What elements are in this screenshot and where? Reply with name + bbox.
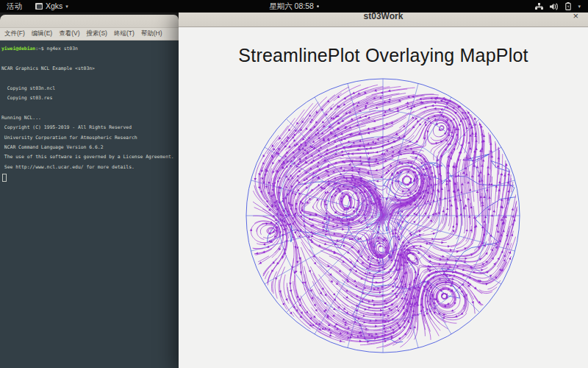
terminal-output-line (1, 74, 177, 83)
terminal-output: NCAR Graphics NCL Example <st03n> Copyin… (1, 54, 177, 172)
streamline-map-plot (179, 27, 588, 368)
terminal-output-line: NCAR Command Language Version 6.6.2 (1, 143, 177, 152)
plot-window: st03Work × StreamlinePlot Overlaying Map… (179, 6, 588, 368)
prompt-user: yiwei@debian (1, 46, 35, 52)
activities-button[interactable]: 活动 (0, 0, 29, 13)
terminal-menu-item[interactable]: 文件(F) (4, 29, 25, 38)
clock-button[interactable]: 星期六 08:58 (0, 0, 588, 13)
terminal-titlebar[interactable] (0, 15, 179, 28)
terminal-menu-item[interactable]: 搜索(S) (87, 29, 107, 38)
terminal-output-line: Copyright (C) 1995-2019 - All Rights Res… (1, 123, 177, 132)
app-menu[interactable]: Xgks ▾ (29, 0, 75, 13)
terminal-cursor (2, 174, 7, 182)
desktop: { "topbar": { "activities": "活动", "app_n… (0, 0, 588, 368)
terminal-output-line: Running NCL... (1, 113, 177, 123)
app-icon (35, 3, 43, 10)
clock-label: 星期六 08:58 (269, 0, 314, 13)
top-bar: 活动 Xgks ▾ 星期六 08:58 ▾ (0, 0, 588, 13)
volume-icon (550, 3, 559, 10)
terminal-menu-item[interactable]: 查看(V) (59, 29, 79, 38)
prompt-separator: :~$ (35, 46, 46, 52)
terminal-output-line: University Corporation for Atmospheric R… (1, 133, 177, 143)
terminal-output-line (1, 103, 177, 113)
terminal-output-line: NCAR Graphics NCL Example <st03n> (1, 64, 177, 74)
terminal-output-line: Copying st03n.ncl (1, 84, 177, 93)
terminal-output-line: See http://www.ncl.ucar.edu/ for more de… (1, 163, 177, 172)
terminal-menubar: 文件(F)编辑(E)查看(V)搜索(S)终端(T)帮助(H) (0, 28, 179, 40)
terminal-output-line: The use of this software is governed by … (1, 152, 177, 162)
terminal-menu-item[interactable]: 终端(T) (114, 29, 135, 38)
notification-dot-icon (317, 5, 319, 7)
network-icon (535, 3, 543, 10)
plot-canvas: StreamlinePlot Overlaying MapPlot (179, 27, 588, 368)
terminal-output-line: Copying st03.res (1, 93, 177, 103)
chevron-down-icon: ▾ (65, 0, 68, 13)
terminal-content[interactable]: yiwei@debian:~$ ng4ex st03n NCAR Graphic… (0, 40, 179, 368)
system-status-area[interactable]: ▾ (528, 0, 588, 13)
terminal-menu-item[interactable]: 编辑(E) (32, 29, 52, 38)
battery-icon (565, 2, 571, 10)
terminal-window: 文件(F)编辑(E)查看(V)搜索(S)终端(T)帮助(H) yiwei@deb… (0, 15, 179, 368)
terminal-output-line (1, 54, 177, 63)
chevron-down-icon: ▾ (578, 0, 581, 13)
terminal-prompt-line: yiwei@debian:~$ ng4ex st03n (1, 44, 177, 54)
terminal-menu-item[interactable]: 帮助(H) (141, 29, 162, 38)
window-title: st03Work (364, 11, 404, 21)
prompt-command: ng4ex st03n (47, 46, 78, 52)
app-menu-label: Xgks (46, 0, 62, 13)
